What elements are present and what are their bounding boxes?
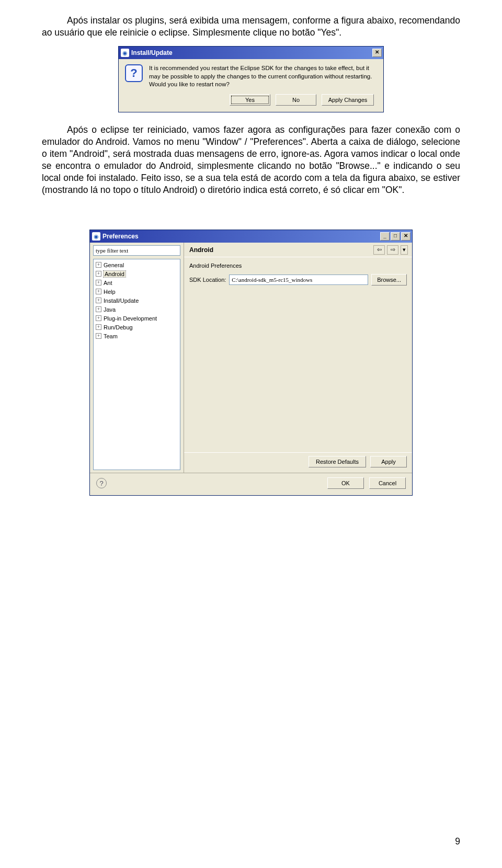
history-dropdown-icon[interactable]: ▾ [401,245,408,255]
dialog-title: Preferences [102,233,139,240]
eclipse-logo-icon: ◉ [92,232,100,241]
no-button[interactable]: No [276,94,316,106]
tree-item-general[interactable]: +General [94,260,180,269]
expand-icon[interactable]: + [96,262,101,268]
preferences-dialog: ◉ Preferences _ □ ✕ +General+Android+Ant… [89,230,413,496]
tree-item-run-debug[interactable]: +Run/Debug [94,323,180,332]
paragraph-intro-1: Após instalar os plugins, será exibida u… [42,15,460,39]
expand-icon[interactable]: + [96,324,101,330]
preferences-sidebar: +General+Android+Ant+Help+Install/Update… [90,243,184,473]
dialog-title: Install/Update [131,49,173,56]
apply-button[interactable]: Apply [370,456,407,467]
eclipse-logo-icon: ◉ [121,49,129,57]
tree-item-help[interactable]: +Help [94,287,180,296]
expand-icon[interactable]: + [96,315,101,321]
close-icon[interactable]: ✕ [372,49,382,57]
sdk-location-input[interactable] [229,275,368,285]
titlebar: ◉ Install/Update ✕ [119,47,383,59]
yes-button[interactable]: Yes [230,94,270,106]
help-icon[interactable]: ? [96,478,107,488]
tree-item-label: Help [104,289,116,295]
ok-button[interactable]: OK [327,477,364,489]
question-icon: ? [125,64,143,82]
expand-icon[interactable]: + [96,271,101,277]
expand-icon[interactable]: + [96,306,101,312]
sdk-location-label: SDK Location: [189,277,226,283]
preferences-tree[interactable]: +General+Android+Ant+Help+Install/Update… [93,259,180,470]
filter-input[interactable] [93,245,180,256]
browse-button[interactable]: Browse... [371,274,407,285]
back-icon[interactable]: ⇦ [373,245,385,255]
expand-icon[interactable]: + [96,298,101,303]
expand-icon[interactable]: + [96,289,101,294]
tree-item-label: Plug-in Development [104,315,157,322]
tree-item-plug-in-development[interactable]: +Plug-in Development [94,314,180,323]
restore-defaults-button[interactable]: Restore Defaults [309,456,366,467]
tree-item-label: Ant [104,280,112,286]
tree-item-label: Java [104,306,116,313]
expand-icon[interactable]: + [96,280,101,285]
tree-item-team[interactable]: +Team [94,332,180,340]
tree-item-ant[interactable]: +Ant [94,278,180,287]
page-number: 9 [455,836,460,847]
titlebar: ◉ Preferences _ □ ✕ [90,230,412,243]
tree-item-label: Install/Update [104,298,139,304]
paragraph-intro-2: Após o eclipse ter reiniciado, vamos faz… [42,124,460,197]
expand-icon[interactable]: + [96,333,101,339]
tree-item-label: Android [104,271,126,277]
install-update-dialog: ◉ Install/Update ✕ ? It is recommended y… [118,46,384,112]
section-label: Android Preferences [189,262,407,269]
tree-item-label: Run/Debug [104,324,133,330]
close-icon[interactable]: ✕ [401,232,410,241]
tree-item-java[interactable]: +Java [94,305,180,314]
apply-changes-button[interactable]: Apply Changes [322,94,374,106]
dialog-message: It is recommended you restart the Eclips… [149,64,378,89]
tree-item-android[interactable]: +Android [94,269,180,278]
maximize-icon[interactable]: □ [391,232,400,241]
forward-icon[interactable]: ⇨ [387,245,398,255]
tree-item-label: Team [104,333,118,339]
cancel-button[interactable]: Cancel [369,477,406,489]
minimize-icon[interactable]: _ [380,232,390,241]
tree-item-install-update[interactable]: +Install/Update [94,296,180,305]
page-heading: Android [189,246,213,254]
tree-item-label: General [104,262,124,268]
